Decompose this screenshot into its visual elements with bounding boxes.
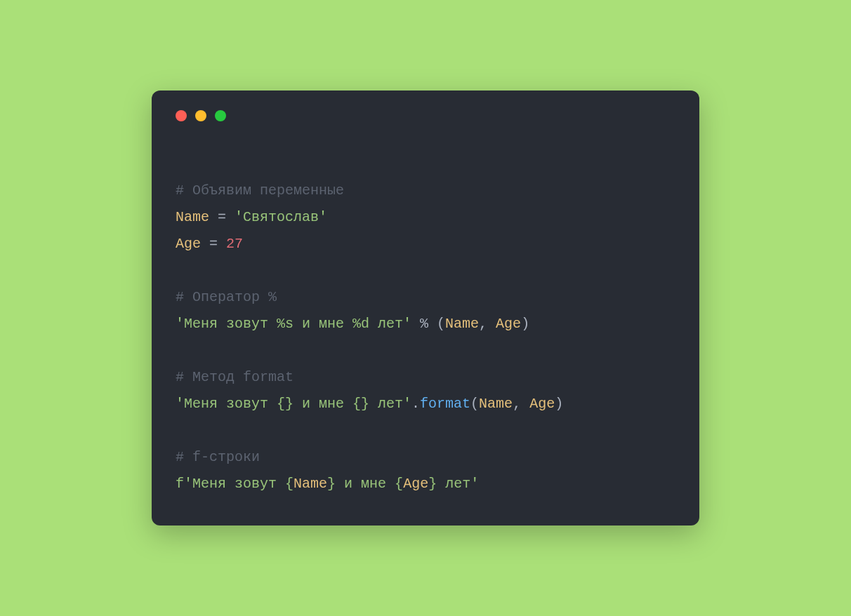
zoom-icon[interactable] (215, 110, 226, 121)
code-punct: ) (521, 316, 529, 332)
code-punct: , (513, 396, 529, 412)
code-identifier: Name (479, 396, 513, 412)
code-brace: } (327, 476, 336, 492)
code-identifier: Name (176, 209, 209, 225)
code-identifier: Age (176, 236, 201, 252)
code-identifier: Age (403, 476, 428, 492)
code-punct: ( (470, 396, 479, 412)
traffic-lights (176, 110, 675, 121)
code-identifier: Name (445, 316, 479, 332)
code-comment: # Оператор % (176, 289, 277, 305)
code-function: format (420, 396, 470, 412)
code-comment: # f-строки (176, 449, 260, 465)
code-brace: { (395, 476, 403, 492)
code-punct: . (411, 396, 420, 412)
code-punct: , (479, 316, 496, 332)
minimize-icon[interactable] (195, 110, 206, 121)
code-operator: = (209, 209, 235, 225)
code-identifier: Age (529, 396, 555, 412)
code-string: и мне (336, 476, 395, 492)
code-brace: { (285, 476, 293, 492)
code-string: 'Меня зовут %s и мне %d лет' (176, 316, 411, 332)
code-comment: # Метод format (176, 369, 293, 385)
code-fprefix: f (176, 476, 184, 492)
code-string: 'Меня зовут (184, 476, 285, 492)
close-icon[interactable] (176, 110, 187, 121)
code-string: лет' (437, 476, 479, 492)
code-block: # Объявим переменные Name = 'Святослав' … (176, 151, 675, 497)
code-brace: } (428, 476, 437, 492)
code-number: 27 (226, 236, 243, 252)
code-string: 'Меня зовут {} и мне {} лет' (176, 396, 411, 412)
code-identifier: Name (293, 476, 327, 492)
code-string: 'Святослав' (235, 209, 327, 225)
code-operator: % ( (411, 316, 445, 332)
code-window: # Объявим переменные Name = 'Святослав' … (152, 91, 699, 525)
code-punct: ) (555, 396, 563, 412)
code-identifier: Age (496, 316, 521, 332)
code-comment: # Объявим переменные (176, 182, 344, 199)
code-operator: = (201, 236, 226, 252)
